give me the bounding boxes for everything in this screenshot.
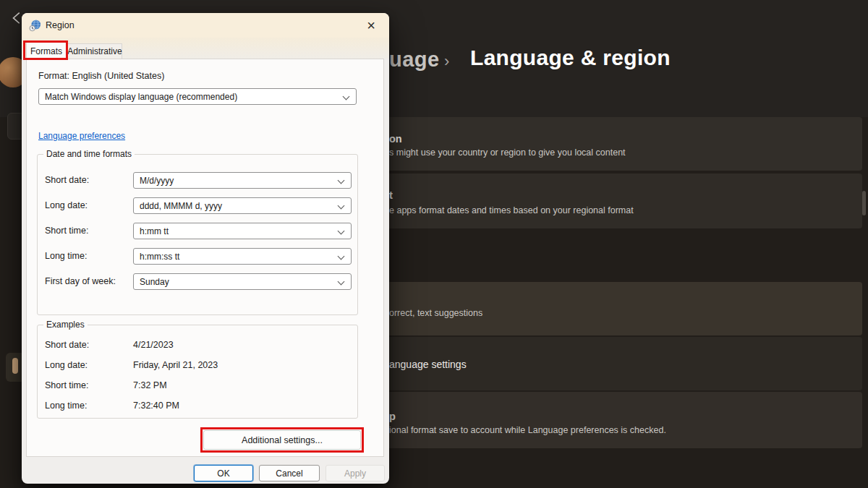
dialog-titlebar[interactable]: Region × [22,13,389,38]
short-time-dropdown[interactable]: h:mm tt [133,223,352,239]
short-date-label: Short date: [45,175,89,185]
first-day-of-week-label: First day of week: [45,276,116,286]
short-date-value: M/d/yyyy [140,176,174,186]
chevron-down-icon [338,228,345,235]
dialog-title: Region [46,20,75,30]
short-time-value: h:mm tt [140,226,169,236]
chevron-down-icon [343,93,350,100]
tab-formats[interactable]: Formats [26,42,67,59]
group-legend: Examples [43,320,88,330]
example-long-date-value: Friday, April 21, 2023 [133,360,218,370]
language-preferences-link[interactable]: Language preferences [38,131,125,141]
region-dialog: Region × Formats Administrative Format: … [22,13,389,484]
long-date-dropdown[interactable]: dddd, MMMM d, yyyy [133,197,352,214]
row-description-fragment: s might use your country or region to gi… [389,147,626,158]
row-description-fragment: e apps format dates and times based on y… [389,205,634,215]
chevron-down-icon [338,202,345,210]
ok-button[interactable]: OK [194,465,253,481]
row-title-fragment: on [389,133,402,145]
format-label: Format: English (United States) [38,71,164,81]
region-globe-clock-icon [29,20,41,32]
apply-button[interactable]: Apply [326,465,385,481]
format-dropdown-value: Match Windows display language (recommen… [45,92,237,102]
tab-administrative[interactable]: Administrative [67,43,122,59]
example-short-date-label: Short date: [45,340,89,350]
long-date-label: Long date: [45,200,88,210]
short-time-label: Short time: [45,226,88,236]
close-button[interactable]: × [362,17,380,34]
row-title-fragment: p [389,411,396,422]
example-short-date-value: 4/21/2023 [133,340,174,350]
first-day-of-week-value: Sunday [140,277,169,287]
row-description-fragment: ional format save to account while Langu… [389,425,666,435]
long-date-value: dddd, MMMM d, yyyy [140,201,222,211]
long-time-value: h:mm:ss tt [140,252,179,262]
page-scrollbar-thumb[interactable] [862,191,866,215]
chevron-down-icon [338,253,345,260]
long-time-label: Long time: [45,251,87,261]
row-description-fragment: orrect, text suggestions [389,308,482,318]
example-short-time-label: Short time: [45,380,88,390]
row-title-fragment: t [389,189,393,201]
example-long-time-label: Long time: [45,401,87,411]
example-long-time-value: 7:32:40 PM [133,401,179,411]
format-dropdown[interactable]: Match Windows display language (recommen… [38,88,357,105]
long-time-dropdown[interactable]: h:mm:ss tt [133,248,352,265]
date-time-formats-group: Date and time formats Short date: M/d/yy… [37,154,358,315]
short-date-dropdown[interactable]: M/d/yyyy [133,172,352,189]
examples-group: Examples Short date: 4/21/2023 Long date… [37,325,358,419]
breadcrumb-parent-fragment[interactable]: uage [389,48,440,72]
nav-selection-accent-pill [12,358,18,374]
breadcrumb-chevron-icon: › [444,52,449,71]
group-legend: Date and time formats [43,149,135,159]
page-title: Language & region [470,46,671,70]
example-short-time-value: 7:32 PM [133,380,167,390]
chevron-down-icon [338,177,345,184]
cancel-button[interactable]: Cancel [259,465,320,481]
first-day-of-week-dropdown[interactable]: Sunday [133,273,352,290]
row-title-fragment: anguage settings [389,359,467,370]
additional-settings-button[interactable]: Additional settings... [203,430,361,450]
formats-tab-page: Format: English (United States) Match Wi… [26,59,384,457]
example-long-date-label: Long date: [45,360,88,370]
chevron-down-icon [338,278,345,286]
